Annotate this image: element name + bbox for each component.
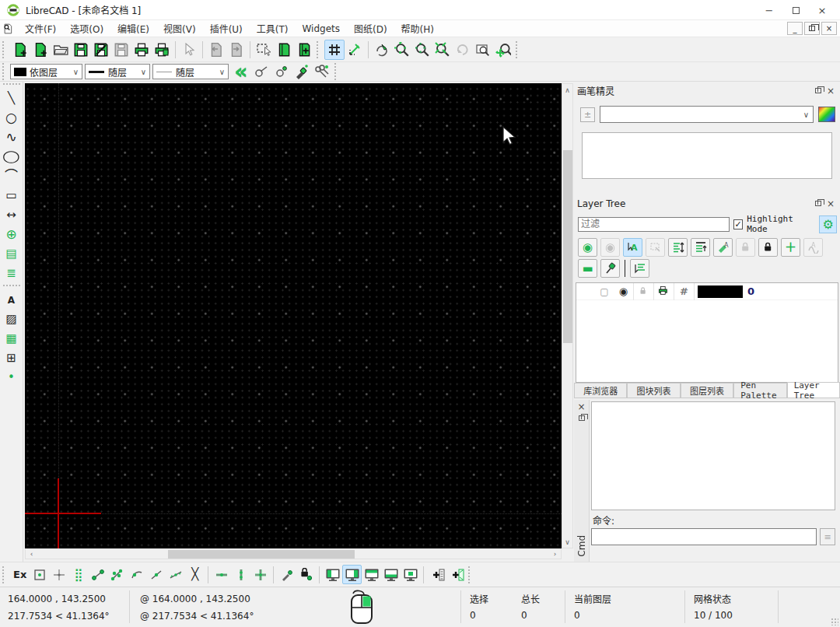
menu-view[interactable]: 视图(V) <box>156 20 203 37</box>
layer-row[interactable]: ▢ ◉ # 0 <box>576 283 838 300</box>
show-all-layers-button[interactable]: ◉ <box>578 238 597 257</box>
exclusive-snap-label[interactable]: Ex <box>10 569 30 580</box>
pen-color-palette-button[interactable] <box>818 107 835 122</box>
lock-relative-zero-button[interactable] <box>296 565 316 584</box>
menu-edit[interactable]: 编辑(E) <box>110 20 156 37</box>
zoom-pan-button[interactable] <box>493 40 513 60</box>
close-dock-button[interactable]: × <box>824 86 837 96</box>
menu-help[interactable]: 帮助(H) <box>394 20 441 37</box>
scroll-left-arrow[interactable]: ‹ <box>26 549 37 559</box>
new-document-button[interactable] <box>10 40 30 60</box>
add-command-widget-button[interactable] <box>427 565 446 584</box>
drawing-canvas[interactable] <box>25 83 562 548</box>
toolbar-handle[interactable] <box>3 83 20 88</box>
view-bottom-pane-button[interactable] <box>381 565 401 584</box>
layer-filter-input[interactable] <box>578 217 730 232</box>
apply-pen-brush-button[interactable] <box>292 61 312 82</box>
pen-wizard-select[interactable]: ∨ <box>600 106 814 123</box>
snap-free-button[interactable] <box>30 565 49 584</box>
close-dock-button[interactable]: × <box>824 198 837 209</box>
point-tool-button[interactable]: • <box>2 368 22 387</box>
print-preview-button[interactable] <box>152 40 172 60</box>
select-tool-button[interactable]: ▭ <box>2 186 22 205</box>
grid-toggle-button[interactable] <box>324 40 345 60</box>
pen-color-select[interactable]: 依图层 ∨ <box>10 64 82 79</box>
close-button[interactable]: × <box>809 0 835 20</box>
menu-tools[interactable]: 工具(T) <box>250 20 296 37</box>
print-button[interactable] <box>131 40 152 60</box>
float-dock-button[interactable] <box>812 198 824 209</box>
menu-plugins[interactable]: 插件(U) <box>203 20 250 37</box>
spline-tool-button[interactable]: ∿ <box>2 128 22 147</box>
highlight-mode-checkbox[interactable]: ✓ <box>733 219 743 229</box>
save-all-button[interactable] <box>111 40 131 60</box>
restrict-vertical-button[interactable] <box>231 565 250 584</box>
snap-entity-button[interactable] <box>107 565 127 584</box>
snap-endpoints-button[interactable] <box>88 565 107 584</box>
menu-options[interactable]: 选项(O) <box>63 20 110 37</box>
new-from-template-button[interactable] <box>30 40 51 60</box>
toolbar-handle[interactable] <box>2 63 8 80</box>
toolbar-handle[interactable] <box>3 285 20 289</box>
block-tool-button[interactable]: ⊞ <box>2 349 22 368</box>
save-as-button[interactable] <box>91 40 111 60</box>
unlock-layer-button[interactable] <box>736 238 755 257</box>
vertical-scroll-thumb[interactable] <box>563 150 572 343</box>
view-right-pane-button[interactable] <box>342 565 362 584</box>
snap-grid-points-button[interactable]: ⣿ <box>68 565 88 584</box>
polyline-tool-button[interactable]: ⌒ <box>2 166 22 186</box>
snap-middle-button[interactable] <box>146 565 166 584</box>
layer-construction-icon[interactable]: # <box>680 286 688 296</box>
pick-entity-attributes-button[interactable] <box>251 61 271 82</box>
lock-layer-button[interactable] <box>758 238 778 257</box>
set-relative-zero-button[interactable] <box>277 565 296 584</box>
add-layer-button[interactable]: ＋ <box>781 238 800 257</box>
scroll-right-arrow[interactable]: › <box>549 549 561 559</box>
toolbar-handle[interactable] <box>317 41 322 58</box>
corner-rect-icon[interactable]: ▢ <box>600 287 608 296</box>
remove-layer-button[interactable]: ▬ <box>578 259 597 278</box>
save-button[interactable] <box>71 40 91 60</box>
back-button[interactable]: « <box>231 61 251 82</box>
toolbar-handle[interactable] <box>516 41 521 58</box>
select-entities-button[interactable] <box>254 40 274 60</box>
add-custom-widget-button[interactable] <box>446 565 466 584</box>
mdi-minimize-button[interactable]: _ <box>787 22 803 35</box>
tab-library-browser[interactable]: 库浏览器 <box>574 383 627 398</box>
flatten-tree-button[interactable] <box>630 259 649 278</box>
view-top-pane-button[interactable] <box>362 565 381 584</box>
horizontal-scrollbar[interactable]: ‹ › <box>25 548 562 559</box>
view-floating-pane-button[interactable] <box>401 565 420 584</box>
selection-pointer-button[interactable] <box>179 40 199 60</box>
line-tool-button[interactable]: ╲ <box>2 89 22 108</box>
zoom-window-button[interactable] <box>473 40 493 60</box>
tab-block-list[interactable]: 图块列表 <box>627 383 680 398</box>
ortho-isometric-button[interactable] <box>345 40 365 60</box>
toolbar-handle[interactable] <box>2 41 8 58</box>
float-dock-button[interactable] <box>576 412 588 423</box>
snap-distance-button[interactable] <box>166 565 185 584</box>
zoom-auto-button[interactable] <box>432 40 453 60</box>
layer-color-swatch[interactable] <box>698 285 743 298</box>
command-input[interactable] <box>591 528 817 545</box>
redraw-button[interactable] <box>372 40 392 60</box>
toolbar-handle[interactable] <box>2 566 8 583</box>
pen-linetype-select[interactable]: 随层 ∨ <box>152 64 229 79</box>
pen-toggle-button[interactable]: ± <box>580 107 595 122</box>
toolbar-handle[interactable] <box>334 63 340 80</box>
tab-layer-list[interactable]: 图层列表 <box>681 383 733 398</box>
menu-file[interactable]: 文件(F) <box>18 20 63 37</box>
horizontal-scroll-thumb[interactable] <box>168 550 355 559</box>
mdi-close-button[interactable]: × <box>821 22 837 35</box>
vertical-scrollbar[interactable]: ∧ ∨ <box>562 83 573 548</box>
scroll-down-arrow[interactable]: ∨ <box>562 536 572 548</box>
tab-layer-tree[interactable]: Layer Tree <box>787 382 840 398</box>
zoom-in-button[interactable] <box>392 40 412 60</box>
rename-layer-button[interactable]: A <box>713 238 733 257</box>
undo-button[interactable] <box>206 40 226 60</box>
zoom-out-button[interactable] <box>412 40 432 60</box>
move-layer-top-button[interactable] <box>691 238 710 257</box>
menu-widgets[interactable]: Widgets <box>295 22 347 36</box>
pin-layer-button[interactable] <box>600 259 620 278</box>
pen-width-select[interactable]: 随层 ∨ <box>85 64 150 79</box>
